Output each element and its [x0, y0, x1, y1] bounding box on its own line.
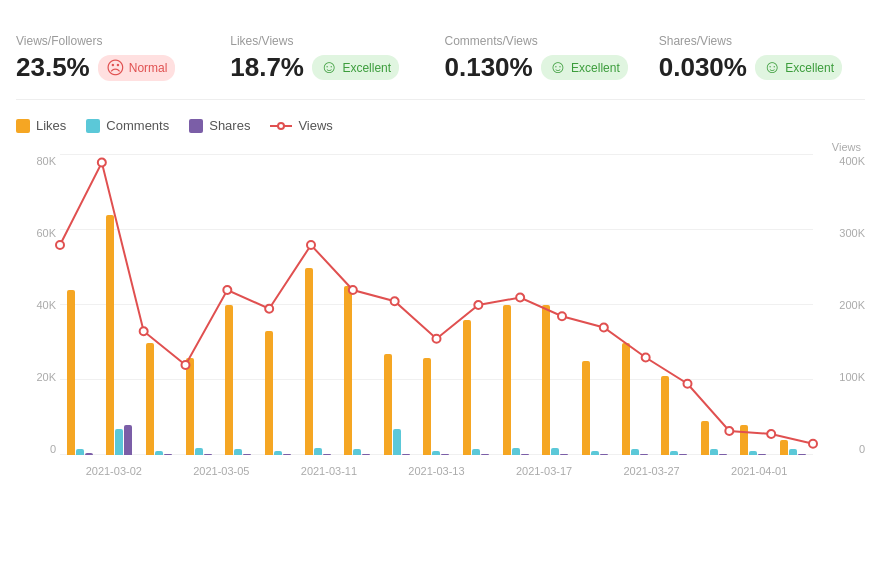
- views-dot: [474, 301, 482, 309]
- metric-1: Likes/Views 18.7% ☺ Excellent: [222, 34, 436, 83]
- views-dot: [600, 324, 608, 332]
- y-right-label: 0: [859, 443, 865, 455]
- y-right-label: 100K: [839, 371, 865, 383]
- metric-badge: ☺ Excellent: [755, 55, 842, 80]
- legend-item-views: Views: [270, 118, 332, 133]
- metrics-row: Views/Followers 23.5% ☹ Normal Likes/Vie…: [16, 34, 865, 100]
- views-dot: [391, 297, 399, 305]
- metric-label: Likes/Views: [230, 34, 428, 48]
- metric-value: 0.030%: [659, 52, 747, 83]
- y-left-label: 40K: [36, 299, 56, 311]
- legend-label-comments: Comments: [106, 118, 169, 133]
- y-left-label: 60K: [36, 227, 56, 239]
- legend-item-comments: Comments: [86, 118, 169, 133]
- x-label: 2021-03-17: [516, 465, 572, 477]
- metric-3: Shares/Views 0.030% ☺ Excellent: [651, 34, 865, 83]
- views-dot: [182, 361, 190, 369]
- x-label: 2021-03-11: [301, 465, 357, 477]
- views-polyline: [60, 163, 813, 444]
- views-dot: [809, 440, 817, 448]
- views-dot: [725, 427, 733, 435]
- happy-face-icon: ☺: [320, 57, 338, 78]
- chart-inner: [60, 155, 813, 455]
- metric-label: Comments/Views: [445, 34, 643, 48]
- legend-line-views: [270, 125, 292, 127]
- views-dot: [684, 380, 692, 388]
- metric-value-row: 0.030% ☺ Excellent: [659, 52, 857, 83]
- views-dot: [98, 159, 106, 167]
- y-axis-left: 80K60K40K20K0: [16, 155, 56, 455]
- y-right-label: 300K: [839, 227, 865, 239]
- metric-value: 0.130%: [445, 52, 533, 83]
- y-left-label: 80K: [36, 155, 56, 167]
- views-dot: [433, 335, 441, 343]
- y-left-label: 0: [50, 443, 56, 455]
- metric-badge: ☹ Normal: [98, 55, 176, 81]
- page-container: Views/Followers 23.5% ☹ Normal Likes/Vie…: [16, 34, 865, 485]
- metric-badge: ☺ Excellent: [312, 55, 399, 80]
- views-dot: [223, 286, 231, 294]
- legend-row: Likes Comments Shares Views: [16, 118, 865, 133]
- badge-text: Excellent: [785, 61, 834, 75]
- x-label: 2021-03-05: [193, 465, 249, 477]
- metric-2: Comments/Views 0.130% ☺ Excellent: [437, 34, 651, 83]
- y-axis-right: 400K300K200K100K0: [817, 155, 865, 455]
- line-chart: [60, 155, 813, 455]
- views-label: Views: [16, 141, 861, 153]
- views-dot: [140, 327, 148, 335]
- y-right-label: 400K: [839, 155, 865, 167]
- metric-value: 18.7%: [230, 52, 304, 83]
- legend-label-views: Views: [298, 118, 332, 133]
- sad-face-icon: ☹: [106, 57, 125, 79]
- happy-face-icon: ☺: [763, 57, 781, 78]
- views-dot: [349, 286, 357, 294]
- legend-item-shares: Shares: [189, 118, 250, 133]
- x-label: 2021-04-01: [731, 465, 787, 477]
- legend-item-likes: Likes: [16, 118, 66, 133]
- metric-0: Views/Followers 23.5% ☹ Normal: [16, 34, 222, 83]
- metric-value-row: 18.7% ☺ Excellent: [230, 52, 428, 83]
- views-dot: [642, 354, 650, 362]
- badge-text: Excellent: [571, 61, 620, 75]
- metric-value-row: 23.5% ☹ Normal: [16, 52, 214, 83]
- views-dot: [265, 305, 273, 313]
- x-axis-labels: 2021-03-022021-03-052021-03-112021-03-13…: [60, 457, 813, 485]
- views-dot: [558, 312, 566, 320]
- chart-area: 80K60K40K20K0: [16, 155, 865, 485]
- views-dot: [516, 294, 524, 302]
- views-dot: [307, 241, 315, 249]
- x-label: 2021-03-13: [408, 465, 464, 477]
- badge-text: Excellent: [342, 61, 391, 75]
- x-label: 2021-03-27: [623, 465, 679, 477]
- metric-value-row: 0.130% ☺ Excellent: [445, 52, 643, 83]
- metric-value: 23.5%: [16, 52, 90, 83]
- y-right-label: 200K: [839, 299, 865, 311]
- legend-label-shares: Shares: [209, 118, 250, 133]
- views-dot: [767, 430, 775, 438]
- legend-label-likes: Likes: [36, 118, 66, 133]
- metric-badge: ☺ Excellent: [541, 55, 628, 80]
- y-left-label: 20K: [36, 371, 56, 383]
- happy-face-icon: ☺: [549, 57, 567, 78]
- legend-box-comments: [86, 119, 100, 133]
- badge-text: Normal: [129, 61, 168, 75]
- metric-label: Shares/Views: [659, 34, 857, 48]
- legend-box-shares: [189, 119, 203, 133]
- x-label: 2021-03-02: [86, 465, 142, 477]
- views-dot: [56, 241, 64, 249]
- legend-box-likes: [16, 119, 30, 133]
- metric-label: Views/Followers: [16, 34, 214, 48]
